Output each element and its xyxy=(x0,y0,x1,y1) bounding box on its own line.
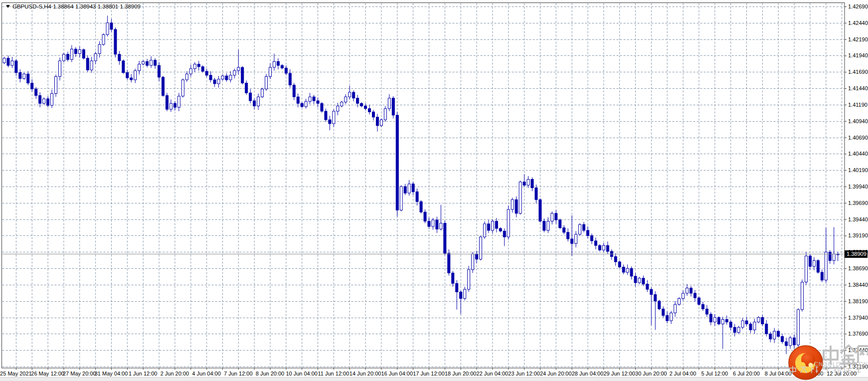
price-axis-label: 1.40940 xyxy=(848,118,868,124)
price-axis[interactable]: 1.426901.424401.421901.419401.416901.414… xyxy=(845,3,868,370)
price-axis-label: 1.37690 xyxy=(848,331,868,337)
symbol-dropdown-icon[interactable] xyxy=(6,5,10,8)
time-axis-label: 18 Jun 20:00 xyxy=(445,371,477,377)
price-axis-label: 1.39440 xyxy=(848,216,868,222)
time-axis-label: 9 Jul 12:00 xyxy=(796,371,823,377)
price-axis-label: 1.41940 xyxy=(848,52,868,58)
price-axis-label: 1.42190 xyxy=(848,36,868,42)
time-axis-label: 8 Jun 20:00 xyxy=(256,371,285,377)
time-axis-label: 17 Jun 12:00 xyxy=(413,371,445,377)
price-axis-label: 1.38440 xyxy=(848,282,868,288)
price-axis-label: 1.40690 xyxy=(848,135,868,141)
time-axis-label: 31 May 04:00 xyxy=(95,371,128,377)
time-axis-label: 14 Jun 20:00 xyxy=(349,371,381,377)
time-axis-label: 7 Jun 12:00 xyxy=(224,371,253,377)
time-axis-label: 6 Jul 20:00 xyxy=(733,371,760,377)
symbol-title: GBPUSD-S,H4 1.38864 1.38943 1.38801 1.38… xyxy=(6,3,141,9)
time-axis-label: 30 Jun 20:00 xyxy=(635,371,667,377)
price-axis-label: 1.40190 xyxy=(848,167,868,173)
price-axis-label: 1.37940 xyxy=(848,315,868,321)
symbol-ohlc-text: GBPUSD-S,H4 1.38864 1.38943 1.38801 1.38… xyxy=(12,3,141,9)
time-axis-label: 24 Jun 20:00 xyxy=(540,371,572,377)
price-axis-label: 1.39690 xyxy=(848,200,868,206)
price-axis-label: 1.42690 xyxy=(848,3,868,9)
time-axis-label: 22 Jun 04:00 xyxy=(477,371,509,377)
time-axis-label: 26 May 12:00 xyxy=(31,371,64,377)
price-chart-canvas[interactable]: 1.426901.424401.421901.419401.416901.414… xyxy=(0,0,868,381)
time-axis-label: 23 Jun 12:00 xyxy=(508,371,540,377)
time-axis-label: 12 Jul 20:00 xyxy=(827,371,857,377)
price-axis-label: 1.38690 xyxy=(848,265,868,271)
time-axis-label: 4 Jun 04:00 xyxy=(192,371,221,377)
price-axis-label: 1.41440 xyxy=(848,85,868,91)
time-axis-label: 1 Jun 12:00 xyxy=(129,371,158,377)
time-axis-label: 2 Jun 20:00 xyxy=(161,371,189,377)
time-axis-label: 8 Jul 04:00 xyxy=(765,371,792,377)
time-axis-label: 25 May 2021 xyxy=(0,371,32,377)
price-axis-label: 1.39190 xyxy=(848,232,868,238)
price-axis-label: 1.37440 xyxy=(848,347,868,353)
price-axis-label: 1.40440 xyxy=(848,151,868,157)
chart-window: 1.426901.424401.421901.419401.416901.414… xyxy=(0,0,868,381)
price-axis-label: 1.42440 xyxy=(848,20,868,26)
time-axis-label: 10 Jun 04:00 xyxy=(286,371,318,377)
time-axis-label: 11 Jun 12:00 xyxy=(318,371,349,377)
price-axis-label: 1.38190 xyxy=(848,298,868,304)
window-bottom-strip xyxy=(0,377,868,381)
time-axis-label: 27 May 20:00 xyxy=(63,371,96,377)
price-axis-label: 1.39940 xyxy=(848,184,868,190)
current-price-label: 1.38909 xyxy=(845,250,868,258)
time-axis-label: 5 Jul 12:00 xyxy=(701,371,728,377)
price-axis-label: 1.41190 xyxy=(848,102,868,108)
time-axis-label: 16 Jun 04:00 xyxy=(381,371,413,377)
time-axis-label: 28 Jun 04:00 xyxy=(572,371,604,377)
price-axis-label: 1.41690 xyxy=(848,69,868,75)
time-axis-label: 2 Jul 04:00 xyxy=(670,371,696,377)
time-axis-label: 29 Jun 12:00 xyxy=(603,371,635,377)
